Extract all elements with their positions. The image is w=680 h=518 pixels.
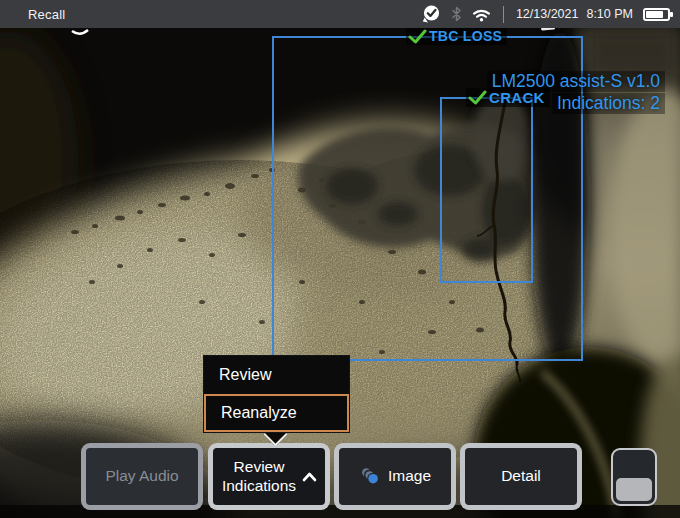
assist-overlay: LM2500 assist-S v1.0 Indications: 2: [487, 71, 665, 115]
divider: [503, 6, 504, 23]
page-title: Recall: [28, 7, 65, 22]
image-button[interactable]: Image: [334, 443, 456, 510]
chevron-up-icon: [302, 472, 317, 482]
toggle-indicator: [616, 478, 652, 501]
bluetooth-icon: [451, 6, 462, 22]
checkmark-icon: [468, 90, 487, 105]
button-label: Play Audio: [105, 467, 178, 485]
detail-button[interactable]: Detail: [460, 443, 582, 510]
play-audio-button[interactable]: Play Audio: [81, 443, 203, 510]
status-date: 12/13/2021: [516, 7, 579, 21]
battery-icon: [643, 8, 670, 21]
status-time: 8:10 PM: [586, 7, 633, 21]
checkmark-icon: [408, 29, 427, 44]
review-indications-button[interactable]: Review Indications: [208, 443, 330, 510]
menu-item-label: Reanalyze: [221, 404, 297, 422]
detection-label: TBC LOSS: [429, 28, 502, 44]
menu-item-label: Review: [219, 366, 271, 384]
context-menu: Review Reanalyze: [203, 355, 350, 433]
status-bar: Recall 12/13/2021 8:10 PM: [0, 0, 680, 28]
indications-count: Indications: 2: [552, 93, 665, 114]
detection-box-crack[interactable]: CRACK: [440, 97, 533, 283]
menu-item-review[interactable]: Review: [204, 356, 349, 394]
assist-app-label: LM2500 assist-S v1.0: [487, 71, 665, 92]
analysis-check-icon: [421, 4, 441, 24]
button-label: Image: [388, 467, 431, 485]
display-toggle-button[interactable]: [611, 448, 657, 506]
menu-item-reanalyze[interactable]: Reanalyze: [204, 394, 349, 432]
screen: TBC LOSS CRACK LM2500 assist-S v1.0 Indi…: [0, 0, 680, 518]
image-burst-icon: [359, 466, 381, 488]
button-label: Detail: [501, 467, 541, 485]
status-cluster: 12/13/2021 8:10 PM: [421, 0, 670, 28]
detection-label-row: TBC LOSS: [406, 27, 507, 45]
wifi-icon: [472, 7, 491, 22]
